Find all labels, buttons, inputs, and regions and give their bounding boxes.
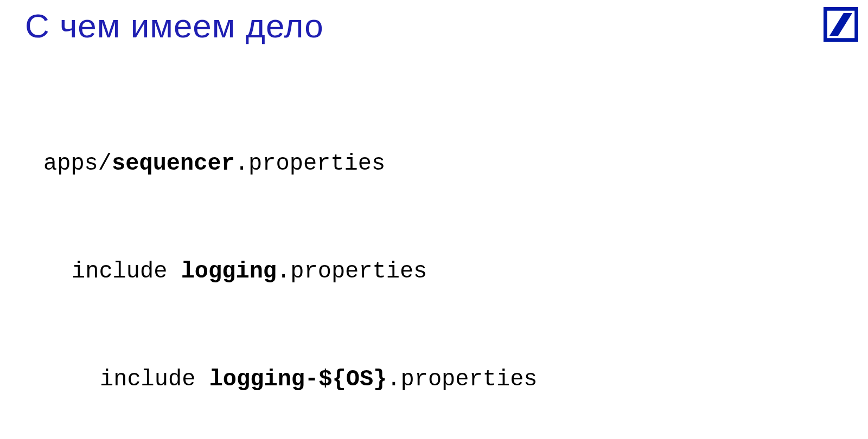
code-line: apps/sequencer.properties	[43, 146, 593, 182]
text: apps/	[43, 151, 112, 177]
text: .properties	[387, 366, 537, 392]
text: include	[100, 366, 209, 392]
text: .properties	[277, 259, 427, 285]
text-bold: logging	[181, 259, 277, 285]
text: include	[72, 259, 181, 285]
code-line: include logging.properties	[43, 254, 593, 289]
text-bold: sequencer	[112, 151, 235, 177]
db-logo-icon	[824, 7, 858, 42]
svg-marker-1	[829, 13, 852, 36]
code-line: include logging-${OS}.properties	[43, 361, 593, 397]
code-block: apps/sequencer.properties include loggin…	[43, 74, 593, 439]
slide-title: С чем имеем дело	[25, 7, 324, 45]
text-bold: logging-${OS}	[209, 366, 387, 392]
text: .properties	[235, 151, 385, 177]
